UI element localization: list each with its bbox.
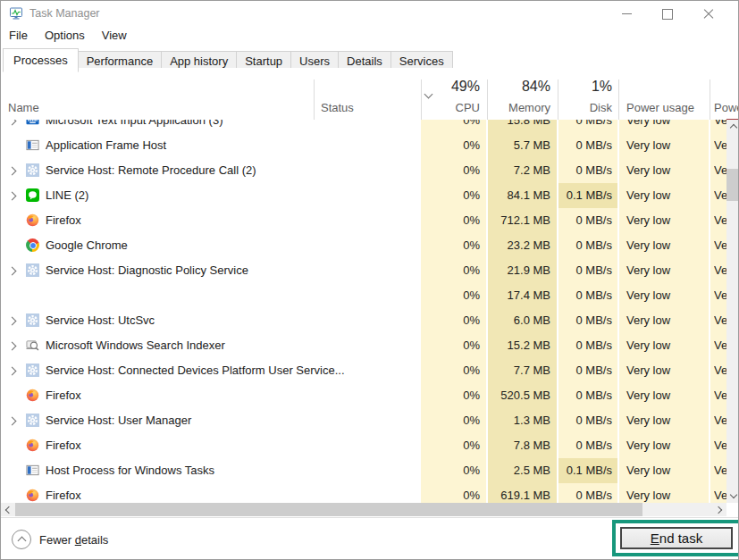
memory-value: 21.9 MB	[488, 258, 550, 283]
process-row[interactable]: 0%17.4 MB0 MB/sVery lowVe	[1, 283, 726, 308]
power-trend-value: Ve	[714, 308, 726, 333]
process-row[interactable]: LINE (2)0%84.1 MB0.1 MB/sVery lowVe	[1, 183, 726, 208]
cpu-value: 0%	[421, 483, 480, 503]
column-header-power-usage[interactable]: Power usage	[626, 101, 694, 114]
process-name: Firefox	[46, 483, 81, 503]
column-divider[interactable]	[314, 79, 315, 120]
maximize-button[interactable]	[647, 1, 688, 27]
scroll-right-arrow[interactable]	[713, 503, 726, 516]
power-usage-value: Very low	[626, 333, 707, 358]
process-name: Microsoft Text Input Application (3)	[46, 120, 223, 133]
service-gear-icon	[26, 364, 39, 377]
power-trend-value: Ve	[714, 258, 726, 283]
process-row[interactable]: Service Host: User Manager0%1.3 MB0 MB/s…	[1, 408, 726, 433]
cpu-value: 0%	[421, 133, 480, 158]
process-row[interactable]: Firefox0%619.1 MB0 MB/sVery lowVe	[1, 483, 726, 503]
cpu-value: 0%	[421, 183, 480, 208]
menu-options[interactable]: Options	[45, 29, 85, 42]
column-header-disk[interactable]: Disk	[558, 101, 612, 114]
service-gear-icon	[26, 163, 39, 177]
end-task-button[interactable]: End task	[620, 527, 733, 549]
app-window-icon	[26, 464, 39, 477]
tab-processes[interactable]: Processes	[3, 48, 79, 72]
fewer-details-button[interactable]: Fewer details	[12, 530, 108, 549]
process-list: Microsoft Text Input Application (3)0%15…	[1, 120, 726, 503]
process-row[interactable]: Service Host: UtcSvc0%6.0 MB0 MB/sVery l…	[1, 308, 726, 333]
close-button[interactable]	[688, 1, 729, 27]
disk-value: 0 MB/s	[558, 358, 612, 383]
expand-chevron-icon[interactable]	[8, 317, 17, 326]
memory-value: 23.2 MB	[488, 233, 550, 258]
memory-value: 6.0 MB	[488, 308, 550, 333]
column-header-status[interactable]: Status	[321, 101, 354, 114]
expand-chevron-icon[interactable]	[8, 192, 17, 201]
vertical-scrollbar[interactable]	[726, 120, 739, 503]
process-row[interactable]: Firefox0%520.5 MB0 MB/sVery lowVe	[1, 383, 726, 408]
minimize-button[interactable]	[606, 1, 647, 27]
process-row[interactable]: Firefox0%7.8 MB0 MB/sVery lowVe	[1, 433, 726, 458]
process-name: Firefox	[46, 433, 81, 458]
process-name: Microsoft Windows Search Indexer	[46, 333, 225, 358]
firefox-icon	[26, 489, 39, 502]
firefox-icon	[26, 439, 39, 452]
process-row[interactable]: Application Frame Host0%5.7 MB0 MB/sVery…	[1, 133, 726, 158]
column-divider[interactable]	[710, 79, 710, 120]
power-usage-value: Very low	[626, 458, 707, 483]
expand-chevron-icon[interactable]	[8, 367, 17, 376]
process-row[interactable]: Microsoft Windows Search Indexer0%15.2 M…	[1, 333, 726, 358]
vertical-scrollbar-thumb[interactable]	[726, 169, 739, 201]
process-name: LINE (2)	[46, 183, 88, 208]
column-divider[interactable]	[618, 79, 619, 120]
expand-chevron-icon[interactable]	[8, 167, 17, 176]
scroll-down-arrow[interactable]	[726, 489, 739, 503]
column-header-memory[interactable]: Memory	[488, 101, 550, 114]
cpu-value: 0%	[421, 233, 480, 258]
power-usage-value: Very low	[626, 433, 707, 458]
power-trend-value: Ve	[714, 408, 726, 433]
menu-bar: File Options View	[1, 29, 127, 42]
power-trend-value: Ve	[714, 133, 726, 158]
disk-value: 0 MB/s	[558, 208, 612, 233]
window-title: Task Manager	[29, 7, 100, 20]
cpu-value: 0%	[421, 308, 480, 333]
process-row[interactable]: Service Host: Diagnostic Policy Service0…	[1, 258, 726, 283]
title-bar[interactable]: Task Manager	[1, 1, 738, 27]
power-usage-value: Very low	[626, 258, 707, 283]
process-row[interactable]: Microsoft Text Input Application (3)0%15…	[1, 120, 726, 133]
expand-chevron-icon[interactable]	[8, 417, 17, 426]
process-row[interactable]: Firefox0%712.1 MB0 MB/sVery lowVe	[1, 208, 726, 233]
process-row[interactable]: Google Chrome0%23.2 MB0 MB/sVery lowVe	[1, 233, 726, 258]
memory-value: 7.7 MB	[488, 358, 550, 383]
power-usage-value: Very low	[626, 183, 707, 208]
scroll-left-arrow[interactable]	[1, 503, 14, 516]
power-usage-value: Very low	[626, 308, 707, 333]
end-task-label: End task	[651, 531, 702, 546]
menu-file[interactable]: File	[9, 29, 28, 42]
menu-view[interactable]: View	[102, 29, 127, 42]
expand-chevron-icon[interactable]	[8, 120, 17, 125]
disk-value: 0.1 MB/s	[558, 183, 612, 208]
disk-value: 0 MB/s	[558, 133, 612, 158]
memory-value: 1.3 MB	[488, 408, 550, 433]
power-usage-value: Very low	[626, 120, 707, 133]
column-header-cpu[interactable]: CPU	[421, 101, 480, 114]
column-header-name[interactable]: Name	[8, 101, 39, 114]
service-gear-icon	[26, 313, 39, 327]
line-icon	[26, 188, 39, 202]
scroll-up-arrow[interactable]	[726, 120, 739, 133]
process-row[interactable]: Host Process for Windows Tasks0%2.5 MB0.…	[1, 458, 726, 483]
task-manager-window: Task Manager File Options View Processes…	[0, 0, 739, 560]
process-row[interactable]: Service Host: Connected Devices Platform…	[1, 358, 726, 383]
cpu-value: 0%	[421, 283, 480, 308]
column-header-power-trend[interactable]: Powe	[714, 101, 739, 114]
process-name: Host Process for Windows Tasks	[46, 458, 214, 483]
horizontal-scrollbar[interactable]	[1, 503, 726, 516]
expand-chevron-icon[interactable]	[8, 342, 17, 351]
horizontal-scrollbar-thumb[interactable]	[15, 503, 642, 516]
app-window-icon	[26, 138, 39, 152]
expand-chevron-icon[interactable]	[8, 267, 17, 276]
process-name: Firefox	[46, 383, 81, 408]
process-row[interactable]: Service Host: Remote Procedure Call (2)0…	[1, 158, 726, 183]
disk-value: 0 MB/s	[558, 383, 612, 408]
power-trend-value: Ve	[714, 158, 726, 183]
